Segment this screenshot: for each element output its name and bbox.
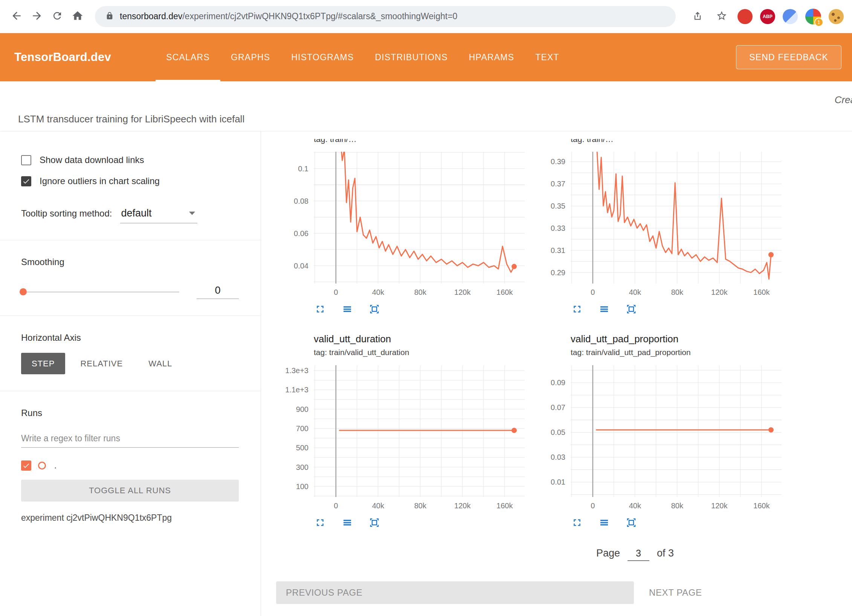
runs-list-icon bbox=[342, 303, 353, 316]
svg-text:0.37: 0.37 bbox=[551, 180, 565, 188]
axis-relative-button[interactable]: RELATIVE bbox=[70, 353, 133, 374]
chart-tag-clipped: tag: train/… bbox=[571, 139, 791, 146]
home-button[interactable] bbox=[69, 8, 86, 25]
browser-toolbar: tensorboard.dev/experiment/cj2vtPiwQHKN9… bbox=[0, 0, 852, 33]
back-button[interactable] bbox=[8, 8, 25, 25]
fit-data-icon bbox=[626, 303, 637, 316]
tooltip-sorting-dropdown[interactable]: default bbox=[120, 207, 197, 223]
chevron-down-icon bbox=[189, 212, 195, 215]
extension-icon[interactable] bbox=[783, 9, 798, 24]
smoothing-row: 0 bbox=[21, 285, 239, 299]
smoothing-value[interactable]: 0 bbox=[197, 285, 239, 299]
page-number-input[interactable] bbox=[628, 548, 649, 561]
fit-data-icon bbox=[369, 303, 380, 316]
svg-text:0.03: 0.03 bbox=[551, 453, 565, 461]
svg-text:0.33: 0.33 bbox=[551, 224, 565, 232]
fit-data-icon bbox=[626, 517, 637, 529]
cookie-icon[interactable] bbox=[829, 9, 844, 24]
chart-top-left[interactable]: 0.040.060.080.1040k80k120k160k bbox=[284, 147, 533, 298]
svg-text:40k: 40k bbox=[629, 502, 641, 510]
axis-wall-button[interactable]: WALL bbox=[138, 353, 183, 374]
forward-button[interactable] bbox=[29, 8, 45, 25]
runs-list-button[interactable] bbox=[341, 303, 354, 316]
expand-chart-button[interactable] bbox=[571, 517, 583, 529]
forward-icon bbox=[31, 10, 43, 23]
svg-text:0.35: 0.35 bbox=[551, 202, 565, 210]
star-icon bbox=[716, 10, 727, 23]
charts-content: tag: train/… 0.040.060.080.1040k80k120k1… bbox=[261, 131, 852, 616]
svg-text:1.1e+3: 1.1e+3 bbox=[285, 386, 308, 394]
expand-chart-button[interactable] bbox=[314, 303, 327, 316]
toggle-all-runs-button[interactable]: TOGGLE ALL RUNS bbox=[21, 480, 239, 502]
fit-data-button[interactable] bbox=[625, 303, 638, 316]
adblock-icon[interactable] bbox=[737, 9, 753, 24]
chart-tag: tag: train/valid_utt_pad_proportion bbox=[571, 348, 791, 357]
svg-text:80k: 80k bbox=[414, 288, 427, 296]
fit-data-button[interactable] bbox=[625, 517, 638, 529]
svg-text:0.05: 0.05 bbox=[551, 428, 565, 436]
smoothing-slider[interactable] bbox=[21, 291, 179, 293]
tooltip-sorting-row: Tooltip sorting method: default bbox=[21, 207, 239, 223]
chart-actions bbox=[314, 303, 534, 316]
svg-text:40k: 40k bbox=[372, 288, 385, 296]
browser-actions: ABP 1 bbox=[689, 8, 844, 25]
previous-page-button[interactable]: PREVIOUS PAGE bbox=[276, 581, 634, 604]
pagination: Page of 3 bbox=[596, 547, 674, 561]
send-feedback-button[interactable]: SEND FEEDBACK bbox=[736, 45, 841, 69]
svg-text:80k: 80k bbox=[414, 502, 427, 510]
svg-text:0: 0 bbox=[591, 502, 595, 510]
tab-text[interactable]: TEXT bbox=[525, 33, 570, 81]
chart-bottom-right[interactable]: 0.010.030.050.070.09040k80k120k160k bbox=[541, 361, 790, 511]
chart-top-right[interactable]: 0.290.310.330.350.370.39040k80k120k160k bbox=[541, 147, 790, 298]
fit-data-button[interactable] bbox=[368, 517, 381, 529]
expand-chart-button[interactable] bbox=[314, 517, 327, 529]
fit-data-button[interactable] bbox=[368, 303, 381, 316]
runs-list-button[interactable] bbox=[598, 303, 611, 316]
tab-histograms[interactable]: HISTOGRAMS bbox=[281, 33, 364, 81]
svg-text:0.01: 0.01 bbox=[551, 478, 565, 486]
chart-actions bbox=[314, 517, 534, 529]
svg-text:0.31: 0.31 bbox=[551, 246, 565, 255]
ignore-outliers-checkbox[interactable]: Ignore outliers in chart scaling bbox=[21, 176, 239, 186]
runs-filter-input[interactable] bbox=[21, 431, 239, 448]
svg-text:120k: 120k bbox=[454, 288, 471, 296]
abp-icon[interactable]: ABP bbox=[760, 9, 775, 24]
chart-actions bbox=[571, 517, 791, 529]
next-page-button[interactable]: NEXT PAGE bbox=[649, 581, 702, 604]
runs-list-button[interactable] bbox=[341, 517, 354, 529]
chart-bottom-left[interactable]: 1003005007009001.1e+31.3e+3040k80k120k16… bbox=[284, 361, 533, 511]
charts-grid: tag: train/… 0.040.060.080.1040k80k120k1… bbox=[261, 131, 852, 529]
run-checkbox[interactable] bbox=[21, 460, 31, 471]
experiment-title: LSTM transducer training for LibriSpeech… bbox=[18, 113, 244, 125]
abp-label: ABP bbox=[763, 14, 773, 19]
svg-text:120k: 120k bbox=[711, 502, 728, 510]
address-bar[interactable]: tensorboard.dev/experiment/cj2vtPiwQHKN9… bbox=[95, 6, 676, 27]
tab-hparams[interactable]: HPARAMS bbox=[458, 33, 525, 81]
svg-text:0.08: 0.08 bbox=[294, 197, 308, 205]
run-name: . bbox=[54, 461, 56, 471]
lock-icon bbox=[105, 12, 114, 21]
axis-step-button[interactable]: STEP bbox=[21, 353, 65, 374]
show-download-links-checkbox[interactable]: Show data download links bbox=[21, 155, 239, 165]
chart-column-left: tag: train/… 0.040.060.080.1040k80k120k1… bbox=[284, 139, 534, 529]
share-button[interactable] bbox=[689, 8, 706, 25]
dropdown-value: default bbox=[121, 207, 151, 219]
tab-scalars[interactable]: SCALARS bbox=[156, 33, 220, 81]
checkbox-label: Ignore outliers in chart scaling bbox=[40, 176, 160, 186]
bookmark-button[interactable] bbox=[713, 8, 730, 25]
expand-chart-button[interactable] bbox=[571, 303, 583, 316]
svg-text:40k: 40k bbox=[629, 288, 641, 296]
share-icon bbox=[692, 11, 703, 22]
reload-button[interactable] bbox=[49, 8, 66, 25]
tab-distributions[interactable]: DISTRIBUTIONS bbox=[365, 33, 458, 81]
chart-actions bbox=[571, 303, 791, 316]
checkbox-unchecked-icon bbox=[21, 155, 31, 165]
svg-text:1.3e+3: 1.3e+3 bbox=[285, 366, 308, 375]
checkbox-checked-icon bbox=[21, 176, 31, 186]
tab-graphs[interactable]: GRAPHS bbox=[220, 33, 281, 81]
brand-logo[interactable]: TensorBoard.dev bbox=[14, 50, 111, 64]
profile-avatar[interactable]: 1 bbox=[805, 9, 821, 24]
runs-list-button[interactable] bbox=[598, 517, 611, 529]
slider-thumb[interactable] bbox=[20, 288, 27, 296]
svg-text:0.06: 0.06 bbox=[294, 229, 308, 238]
